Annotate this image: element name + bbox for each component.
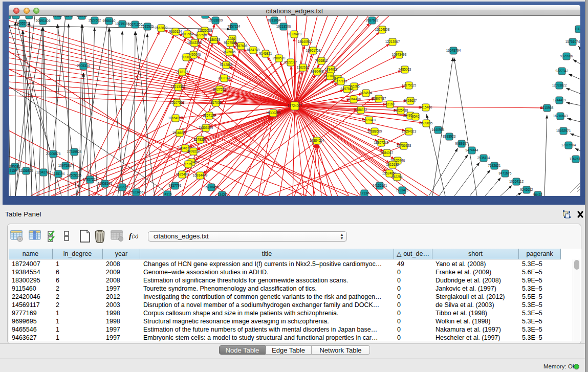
svg-text:1527602: 1527602 xyxy=(89,18,101,22)
svg-text:(x): (x) xyxy=(132,233,139,239)
svg-text:13426: 13426 xyxy=(217,193,227,196)
svg-text:7632621: 7632621 xyxy=(488,164,501,167)
svg-text:2905334: 2905334 xyxy=(77,64,90,68)
svg-text:8471676: 8471676 xyxy=(499,171,512,175)
svg-text:15692971: 15692971 xyxy=(556,129,571,133)
svg-text:19218506: 19218506 xyxy=(276,25,291,28)
svg-text:2588520: 2588520 xyxy=(273,56,286,60)
svg-text:17359928: 17359928 xyxy=(67,150,82,154)
svg-text:9474444: 9474444 xyxy=(466,148,478,152)
svg-text:9146821: 9146821 xyxy=(259,52,272,55)
svg-text:15720407: 15720407 xyxy=(362,118,377,122)
svg-text:15272: 15272 xyxy=(64,16,73,17)
svg-text:12975115: 12975115 xyxy=(402,83,416,87)
svg-text:18300295: 18300295 xyxy=(266,111,281,115)
svg-text:16782759: 16782759 xyxy=(115,185,130,189)
svg-text:9242848: 9242848 xyxy=(220,63,233,67)
svg-text:19756928: 19756928 xyxy=(397,144,411,147)
svg-text:6990448: 6990448 xyxy=(311,70,324,73)
svg-text:16914479: 16914479 xyxy=(193,173,208,177)
svg-text:9699695: 9699695 xyxy=(420,121,433,125)
svg-text:17016504: 17016504 xyxy=(561,143,576,147)
svg-text:1162615: 1162615 xyxy=(297,65,310,69)
svg-text:15716485: 15716485 xyxy=(204,185,219,189)
svg-text:8813054: 8813054 xyxy=(268,18,281,22)
svg-text:108532: 108532 xyxy=(76,16,88,17)
svg-text:16033809: 16033809 xyxy=(208,18,223,22)
svg-text:8454749: 8454749 xyxy=(247,48,260,52)
svg-text:8678334: 8678334 xyxy=(194,138,207,141)
svg-text:8912954: 8912954 xyxy=(181,32,194,36)
svg-text:9115460: 9115460 xyxy=(420,105,432,109)
svg-text:7955812: 7955812 xyxy=(315,59,328,62)
svg-text:7663822: 7663822 xyxy=(155,26,168,30)
svg-text:14136141: 14136141 xyxy=(373,184,387,187)
svg-text:12213383: 12213383 xyxy=(171,85,186,89)
svg-text:252254: 252254 xyxy=(391,175,403,179)
svg-text:1167533: 1167533 xyxy=(570,157,580,161)
svg-text:9777169: 9777169 xyxy=(335,79,347,83)
svg-text:18640910: 18640910 xyxy=(298,40,313,43)
svg-text:2090: 2090 xyxy=(26,16,33,17)
svg-text:98903: 98903 xyxy=(182,55,191,59)
svg-text:12033: 12033 xyxy=(53,16,62,17)
svg-text:7485063: 7485063 xyxy=(399,68,411,71)
svg-text:1575: 1575 xyxy=(185,162,192,166)
svg-text:7515526: 7515526 xyxy=(141,25,154,28)
svg-text:10807487: 10807487 xyxy=(372,97,386,100)
svg-text:7857224: 7857224 xyxy=(228,25,241,28)
svg-text:2087682: 2087682 xyxy=(366,18,379,22)
svg-text:94315: 94315 xyxy=(163,192,172,196)
svg-text:10654112: 10654112 xyxy=(509,180,524,183)
svg-text:18807249: 18807249 xyxy=(374,141,389,144)
svg-text:7625402: 7625402 xyxy=(176,172,189,176)
svg-text:16210643: 16210643 xyxy=(553,114,568,118)
svg-text:9329966: 9329966 xyxy=(560,54,573,58)
svg-text:3267130: 3267130 xyxy=(203,114,216,117)
svg-text:11156829: 11156829 xyxy=(19,169,33,172)
svg-text:1405572: 1405572 xyxy=(16,21,29,25)
svg-text:6966160: 6966160 xyxy=(103,19,116,23)
svg-text:11123: 11123 xyxy=(575,27,580,31)
svg-text:1244419: 1244419 xyxy=(553,98,566,102)
svg-text:19166827: 19166827 xyxy=(172,131,187,135)
svg-text:9546: 9546 xyxy=(412,115,420,118)
svg-text:1145194: 1145194 xyxy=(52,172,65,176)
svg-text:2718176: 2718176 xyxy=(176,70,189,74)
svg-text:19384554: 19384554 xyxy=(310,139,324,142)
svg-text:2367608: 2367608 xyxy=(235,44,248,48)
svg-text:9660124: 9660124 xyxy=(169,30,182,33)
svg-text:16154808: 16154808 xyxy=(375,28,390,31)
svg-text:6794028: 6794028 xyxy=(325,68,338,71)
svg-text:20206576: 20206576 xyxy=(46,152,61,156)
svg-text:12942737: 12942737 xyxy=(36,170,51,174)
svg-text:1615132: 1615132 xyxy=(386,163,399,166)
svg-text:16543382: 16543382 xyxy=(187,41,202,45)
svg-text:11325419: 11325419 xyxy=(287,32,301,36)
svg-text:19654923: 19654923 xyxy=(402,129,417,133)
svg-text:317006: 317006 xyxy=(210,101,222,104)
svg-text:17957223: 17957223 xyxy=(83,178,98,181)
svg-text:16648794: 16648794 xyxy=(446,49,461,52)
svg-text:9463627: 9463627 xyxy=(404,99,417,102)
svg-text:3498222: 3498222 xyxy=(187,149,200,153)
svg-text:16671355: 16671355 xyxy=(128,23,143,26)
svg-text:8186328: 8186328 xyxy=(208,38,221,41)
svg-text:10025438: 10025438 xyxy=(394,108,408,112)
svg-text:2803144: 2803144 xyxy=(218,76,231,80)
svg-text:11353594: 11353594 xyxy=(199,126,213,129)
svg-text:7386372: 7386372 xyxy=(355,108,367,112)
svg-text:18724007: 18724007 xyxy=(288,104,302,107)
svg-text:12505135: 12505135 xyxy=(67,173,82,177)
svg-text:15751074: 15751074 xyxy=(565,40,580,43)
svg-text:39159: 39159 xyxy=(9,169,17,172)
svg-text:6497568: 6497568 xyxy=(341,87,354,91)
svg-text:96452: 96452 xyxy=(533,193,542,196)
svg-text:9084067: 9084067 xyxy=(381,151,394,155)
svg-text:10688609: 10688609 xyxy=(367,129,382,133)
svg-text:3215958: 3215958 xyxy=(541,106,554,110)
svg-text:1733426: 1733426 xyxy=(396,188,409,192)
svg-text:8938923: 8938923 xyxy=(443,135,456,138)
svg-text:9827506: 9827506 xyxy=(194,33,207,37)
svg-text:3624534: 3624534 xyxy=(360,91,373,95)
